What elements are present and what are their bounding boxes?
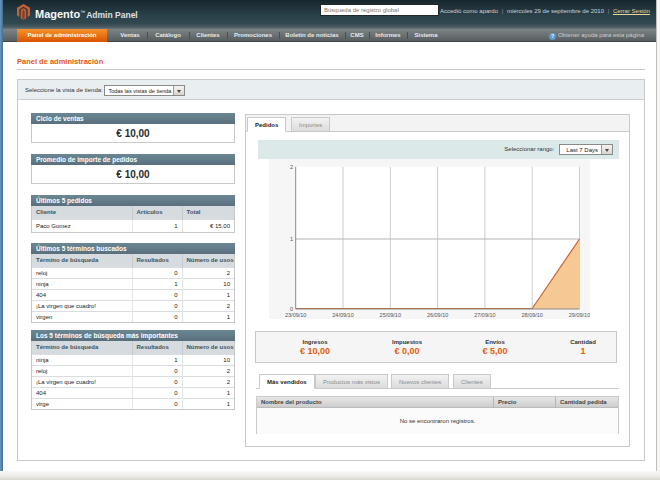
svg-text:28/09/10: 28/09/10 — [521, 312, 542, 318]
svg-text:26/09/10: 26/09/10 — [427, 312, 448, 318]
svg-text:29/09/10: 29/09/10 — [569, 312, 590, 318]
svg-text:1: 1 — [290, 236, 293, 242]
svg-text:27/09/10: 27/09/10 — [474, 312, 495, 318]
svg-text:2: 2 — [290, 164, 293, 170]
svg-text:25/09/10: 25/09/10 — [380, 312, 401, 318]
svg-text:23/09/10: 23/09/10 — [285, 312, 306, 318]
svg-text:24/09/10: 24/09/10 — [332, 312, 353, 318]
